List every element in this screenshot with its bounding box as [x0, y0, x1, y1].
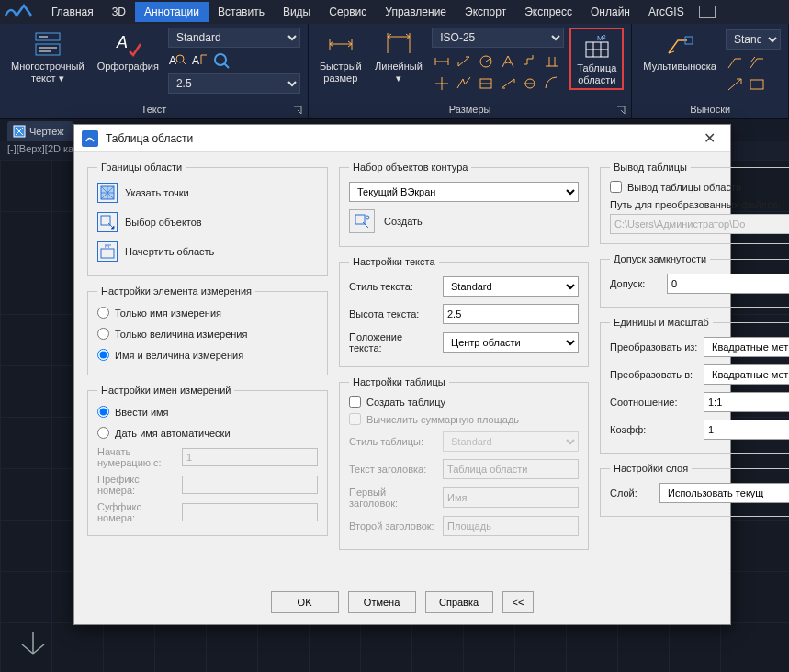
ok-button[interactable]: OK	[271, 591, 339, 613]
menu-home[interactable]: Главная	[42, 2, 103, 22]
boundary-legend: Границы области	[97, 162, 186, 173]
text-height-select[interactable]: 2.5	[168, 73, 300, 94]
ribbon-title-text: Текст	[141, 104, 167, 115]
meas-value-only[interactable]: Только величина измерения	[97, 323, 318, 344]
text-zoom-icon[interactable]	[212, 51, 231, 70]
mleader-icon	[665, 29, 694, 59]
dim-tool-4[interactable]	[498, 51, 518, 72]
area-table-button[interactable]: M² Таблицаобласти	[569, 28, 624, 90]
suffix-field	[182, 503, 318, 521]
close-button[interactable]: ✕	[695, 129, 723, 147]
tol-legend: Допуск замкнутости	[610, 253, 710, 264]
dialog-launcher-icon[interactable]	[616, 106, 626, 115]
svg-line-8	[183, 62, 186, 64]
menu-export[interactable]: Экспорт	[456, 2, 515, 22]
quick-dim-button[interactable]: Быстрыйразмер	[316, 28, 366, 86]
create-table-check[interactable]: Создать таблицу	[349, 393, 579, 410]
dim-tool-12[interactable]	[542, 73, 562, 94]
menu-3d[interactable]: 3D	[103, 2, 135, 22]
dialog-titlebar: Таблица области ✕	[74, 125, 730, 152]
find-text-icon[interactable]: A	[168, 51, 186, 70]
scope-select[interactable]: Текущий ВЭкран	[349, 182, 579, 202]
text-style-select[interactable]: Standard	[168, 28, 300, 48]
text-pos-select[interactable]: Центр области	[443, 332, 579, 353]
dim-tool-8[interactable]	[454, 73, 474, 94]
menu-express[interactable]: Экспресс	[515, 2, 581, 22]
menu-manage[interactable]: Управление	[376, 2, 456, 22]
pick-points-icon	[97, 183, 118, 203]
layer-select[interactable]: Использовать текущ	[659, 483, 789, 503]
coeff-field[interactable]	[704, 420, 789, 440]
boundary-group: Границы области Указать точки Выбор объе…	[87, 162, 328, 276]
dim-tool-3[interactable]	[476, 51, 496, 72]
linear-dim-button[interactable]: Линейный ▾	[371, 28, 426, 86]
mtext-button[interactable]: Многострочныйтекст ▾	[7, 28, 88, 86]
dim-tool-6[interactable]	[542, 51, 562, 72]
scale-text-icon[interactable]: A	[190, 51, 209, 70]
units-group: Единицы и масштаб Преобразовать из:Квадр…	[600, 317, 789, 454]
convert-to-select[interactable]: Квадратные метры	[704, 364, 789, 385]
svg-point-7	[176, 55, 184, 62]
area-table-label-2: области	[578, 74, 615, 85]
svg-point-43	[366, 216, 369, 219]
create-set-button[interactable]	[349, 209, 375, 233]
text-height-field[interactable]	[443, 304, 579, 324]
dim-tool-5[interactable]	[520, 51, 540, 72]
meas-setting-legend: Настройки элемента измерения	[97, 286, 255, 297]
ratio-field[interactable]	[704, 392, 789, 412]
dim-tool-10[interactable]	[498, 73, 518, 94]
tolerance-group: Допуск замкнутости Допуск:единиц	[600, 253, 789, 308]
window-icon[interactable]	[699, 6, 716, 18]
select-objects-option[interactable]: Выбор объектов	[97, 207, 318, 237]
cancel-button[interactable]: Отмена	[348, 591, 416, 613]
spellcheck-button[interactable]: A Орфография	[94, 28, 163, 74]
create-set-label: Создать	[384, 216, 423, 227]
mleader-label: Мультивыноска	[643, 61, 716, 73]
menu-views[interactable]: Виды	[274, 2, 320, 22]
leader-tool-1[interactable]	[726, 53, 744, 72]
drawing-icon	[13, 125, 26, 138]
convert-from-select[interactable]: Квадратные метры	[704, 337, 789, 357]
dim-tool-9[interactable]	[476, 73, 496, 94]
dim-tool-11[interactable]	[520, 73, 540, 94]
pick-points-option[interactable]: Указать точки	[97, 178, 318, 207]
menu-tools[interactable]: Сервис	[320, 2, 376, 22]
output-table-check[interactable]: Вывод таблицы области	[610, 178, 789, 196]
layer-group: Настройки слоя Слой:Использовать текущ	[600, 463, 789, 517]
enter-name-radio[interactable]: Ввести имя	[97, 401, 318, 422]
mleader-button[interactable]: Мультивыноска	[639, 28, 720, 74]
dim-style-select[interactable]: ISO-25	[432, 28, 564, 48]
tol-field[interactable]	[667, 274, 789, 294]
menu-online[interactable]: Онлайн	[581, 2, 639, 22]
second-header-label: Второй заголовок:	[349, 521, 437, 532]
text-style-select2[interactable]: Standard	[443, 276, 579, 297]
leader-style-select[interactable]: Standard	[726, 29, 781, 50]
meas-name-only[interactable]: Только имя измерения	[97, 302, 318, 323]
dialog-icon	[82, 130, 98, 147]
quick-dim-icon	[326, 29, 355, 59]
dim-tool-1[interactable]	[432, 51, 452, 72]
leader-tool-4[interactable]	[748, 75, 766, 94]
leader-tool-3[interactable]	[726, 75, 744, 94]
draw-region-option[interactable]: M² Начертить область	[97, 237, 318, 266]
spellcheck-label: Орфография	[97, 61, 159, 73]
output-path-label: Путь для преобразованных файлов:	[610, 199, 789, 210]
dim-tool-7[interactable]	[432, 73, 452, 94]
menu-arcgis[interactable]: ArcGIS	[639, 2, 693, 22]
menu-annotations[interactable]: Аннотации	[135, 2, 209, 22]
text-pos-label: Положение текста:	[349, 331, 437, 353]
menu-insert[interactable]: Вставить	[209, 2, 274, 22]
mtext-icon	[33, 29, 62, 59]
output-legend: Вывод таблицы	[610, 162, 691, 173]
auto-name-radio[interactable]: Дать имя автоматически	[97, 422, 318, 443]
dialog-launcher-icon[interactable]	[293, 106, 302, 115]
quick-dim-label-1: Быстрый	[320, 61, 362, 72]
dim-tool-2[interactable]	[454, 51, 474, 72]
leader-tool-2[interactable]	[748, 53, 766, 72]
document-tab[interactable]: Чертеж	[7, 121, 73, 141]
meas-name-and-value[interactable]: Имя и величина измерения	[97, 344, 318, 365]
selection-set-group: Набор объектов контура Текущий ВЭкран Со…	[339, 162, 589, 247]
table-header-field	[443, 459, 579, 479]
collapse-button[interactable]: <<	[502, 591, 535, 613]
help-button[interactable]: Справка	[425, 591, 493, 613]
